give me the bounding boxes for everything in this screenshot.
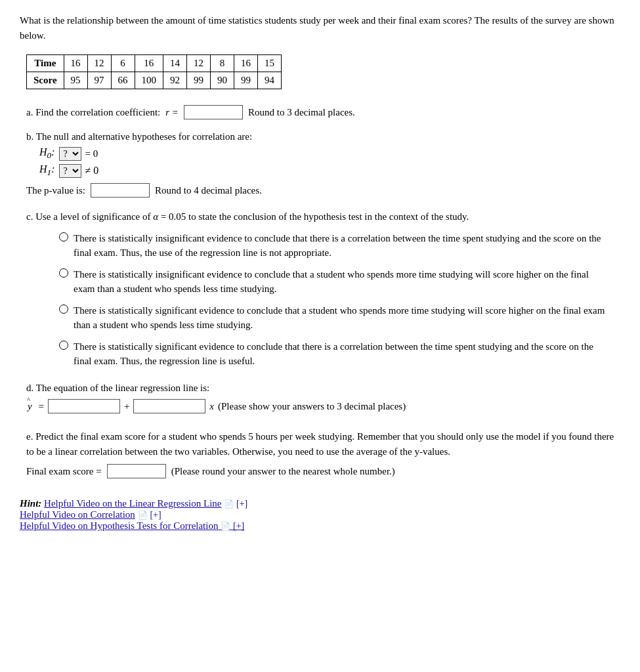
time-val-9: 15 bbox=[258, 55, 282, 72]
hypothesis-block: H0: ? ρ μ β = 0 H1: ? ρ μ β ≠ 0 bbox=[39, 146, 620, 178]
pvalue-input[interactable] bbox=[91, 183, 150, 198]
part-e: e. Predict the final exam score for a st… bbox=[26, 429, 620, 478]
time-val-4: 16 bbox=[135, 55, 163, 72]
score-val-6: 99 bbox=[187, 72, 211, 89]
radio-option-1: There is statistically insignificant evi… bbox=[59, 231, 620, 261]
regression-slope-input[interactable] bbox=[133, 399, 205, 413]
hint-icon-2: 📄 bbox=[138, 511, 148, 520]
radio-text-3: There is statistically significant evide… bbox=[74, 303, 612, 333]
plus-sign: + bbox=[124, 401, 129, 412]
part-a-round-note: Round to 3 decimal places. bbox=[248, 107, 355, 118]
final-score-label: Final exam score = bbox=[26, 466, 102, 477]
hint-bracket-2[interactable]: [+] bbox=[150, 510, 161, 520]
score-val-1: 95 bbox=[64, 72, 87, 89]
score-val-4: 100 bbox=[135, 72, 163, 89]
pvalue-row: The p-value is: Round to 4 decimal place… bbox=[26, 183, 620, 198]
h0-dropdown[interactable]: ? ρ μ β bbox=[59, 147, 81, 161]
pvalue-label: The p-value is: bbox=[26, 185, 85, 196]
radio-circle-2[interactable] bbox=[59, 268, 68, 278]
hint-line-2: Helpful Video on Correlation 📄 [+] bbox=[20, 509, 620, 520]
part-b-label: b. The null and alternative hypotheses f… bbox=[26, 131, 620, 142]
h1-symbol: H1: bbox=[39, 163, 55, 178]
hint-icon-3: 📄 bbox=[221, 522, 230, 531]
x-label: x bbox=[209, 401, 214, 412]
hint-line-1: Hint: Helpful Video on the Linear Regres… bbox=[20, 498, 620, 509]
correlation-input[interactable] bbox=[184, 105, 243, 119]
hints-section: Hint: Helpful Video on the Linear Regres… bbox=[20, 498, 620, 532]
h1-neq: ≠ 0 bbox=[85, 165, 99, 177]
regression-intercept-input[interactable] bbox=[48, 399, 120, 413]
score-val-5: 92 bbox=[163, 72, 187, 89]
h1-line: H1: ? ρ μ β ≠ 0 bbox=[39, 163, 620, 178]
radio-option-3: There is statistically significant evide… bbox=[59, 303, 620, 333]
hint-icon-1: 📄 bbox=[224, 499, 234, 509]
time-val-3: 6 bbox=[111, 55, 135, 72]
score-val-3: 66 bbox=[111, 72, 135, 89]
part-a-variable: r = bbox=[165, 107, 179, 118]
radio-option-4: There is statistically significant evide… bbox=[59, 339, 620, 369]
score-header: Score bbox=[27, 72, 64, 89]
score-val-7: 90 bbox=[211, 72, 234, 89]
time-header: Time bbox=[27, 55, 64, 72]
part-b: b. The null and alternative hypotheses f… bbox=[26, 131, 620, 198]
time-val-7: 8 bbox=[211, 55, 234, 72]
hint-link-1[interactable]: Helpful Video on the Linear Regression L… bbox=[44, 498, 221, 509]
h0-symbol: H0: bbox=[39, 146, 55, 161]
score-val-2: 97 bbox=[87, 72, 111, 89]
part-a-label: a. Find the correlation coefficient: bbox=[26, 107, 160, 118]
radio-circle-3[interactable] bbox=[59, 304, 68, 314]
time-val-6: 12 bbox=[187, 55, 211, 72]
hint-link-3[interactable]: Helpful Video on Hypothesis Tests for Co… bbox=[20, 520, 218, 531]
hint-line-3: Helpful Video on Hypothesis Tests for Co… bbox=[20, 520, 620, 532]
hint-link-2[interactable]: Helpful Video on Correlation bbox=[20, 509, 135, 520]
radio-text-4: There is statistically significant evide… bbox=[74, 339, 612, 369]
h0-line: H0: ? ρ μ β = 0 bbox=[39, 146, 620, 161]
yhat-equals: = bbox=[36, 401, 44, 412]
radio-text-2: There is statistically insignificant evi… bbox=[74, 267, 612, 297]
radio-text-1: There is statistically insignificant evi… bbox=[74, 231, 612, 261]
pvalue-round: Round to 4 decimal places. bbox=[155, 185, 262, 196]
score-val-8: 99 bbox=[234, 72, 258, 89]
part-d-label: d. The equation of the linear regression… bbox=[26, 381, 620, 396]
final-score-note: (Please round your answer to the nearest… bbox=[171, 466, 395, 477]
time-val-2: 12 bbox=[87, 55, 111, 72]
regression-row: ^ y = + x (Please show your answers to 3… bbox=[26, 399, 620, 413]
radio-circle-4[interactable] bbox=[59, 341, 68, 350]
hint-label: Hint: bbox=[20, 498, 41, 509]
part-d: d. The equation of the linear regression… bbox=[26, 381, 620, 414]
score-val-9: 94 bbox=[258, 72, 282, 89]
radio-circle-1[interactable] bbox=[59, 232, 68, 242]
part-c: c. Use a level of significance of α = 0.… bbox=[26, 209, 620, 369]
final-score-input[interactable] bbox=[107, 464, 166, 478]
time-val-8: 16 bbox=[234, 55, 258, 72]
time-val-5: 14 bbox=[163, 55, 187, 72]
radio-option-2: There is statistically insignificant evi… bbox=[59, 267, 620, 297]
data-table: Time 16 12 6 16 14 12 8 16 15 Score 95 9… bbox=[26, 54, 282, 89]
part-c-label: c. Use a level of significance of α = 0.… bbox=[26, 209, 620, 224]
final-score-row: Final exam score = (Please round your an… bbox=[26, 464, 620, 478]
yhat-label: ^ y bbox=[26, 401, 32, 412]
h0-equals: = 0 bbox=[85, 148, 98, 159]
intro-text: What is the relationship between the amo… bbox=[20, 13, 620, 43]
hint-bracket-1[interactable]: [+] bbox=[236, 499, 247, 509]
question-intro: What is the relationship between the amo… bbox=[20, 13, 620, 532]
time-val-1: 16 bbox=[64, 55, 87, 72]
hint-bracket-3[interactable]: [+] bbox=[233, 521, 244, 531]
h1-dropdown[interactable]: ? ρ μ β bbox=[59, 164, 81, 178]
part-e-label: e. Predict the final exam score for a st… bbox=[26, 429, 620, 459]
regression-note: (Please show your answers to 3 decimal p… bbox=[218, 401, 406, 412]
radio-options: There is statistically insignificant evi… bbox=[59, 231, 620, 369]
part-a: a. Find the correlation coefficient: r =… bbox=[26, 105, 620, 119]
